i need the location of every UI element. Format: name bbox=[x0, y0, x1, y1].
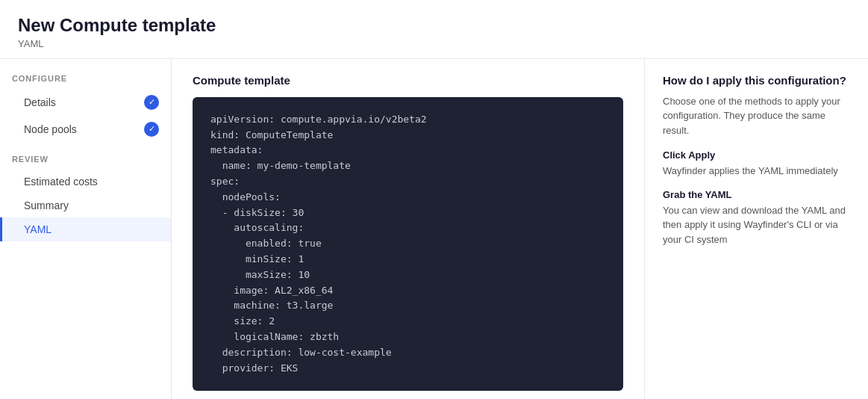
header: New Compute template YAML bbox=[0, 0, 868, 59]
page-container: New Compute template YAML CONFIGURE Deta… bbox=[0, 0, 868, 399]
review-section-label: REVIEW bbox=[0, 155, 171, 170]
sidebar-item-estimated-costs[interactable]: Estimated costs bbox=[0, 170, 171, 194]
main-content: CONFIGURE Details ✓ Node pools ✓ REVIEW … bbox=[0, 59, 868, 399]
sidebar-item-yaml-label: YAML bbox=[24, 223, 51, 235]
node-pools-check-icon: ✓ bbox=[144, 122, 159, 137]
method2-title: Grab the YAML bbox=[663, 189, 850, 200]
center-content: Compute template apiVersion: compute.app… bbox=[172, 59, 644, 399]
sidebar-item-summary-label: Summary bbox=[24, 200, 69, 211]
configure-section-label: CONFIGURE bbox=[0, 74, 171, 89]
sidebar-item-details-label: Details bbox=[24, 96, 56, 108]
sidebar-item-node-pools[interactable]: Node pools ✓ bbox=[0, 116, 171, 143]
details-check-icon: ✓ bbox=[144, 95, 159, 110]
method1-title: Click Apply bbox=[663, 149, 850, 161]
yaml-editor[interactable]: apiVersion: compute.appvia.io/v2beta2 ki… bbox=[193, 97, 623, 392]
method2-description: You can view and download the YAML and t… bbox=[663, 203, 850, 247]
footer-buttons: Back ⬇ Download YAML Apply bbox=[193, 391, 623, 399]
sidebar-item-summary[interactable]: Summary bbox=[0, 194, 171, 217]
page-title: New Compute template bbox=[18, 15, 850, 37]
compute-template-title: Compute template bbox=[193, 74, 623, 87]
method1-description: Wayfinder applies the YAML immediately bbox=[663, 164, 850, 179]
sidebar: CONFIGURE Details ✓ Node pools ✓ REVIEW … bbox=[0, 59, 172, 399]
right-panel-description: Choose one of the methods to apply your … bbox=[663, 94, 850, 138]
page-subtitle: YAML bbox=[18, 38, 850, 49]
sidebar-item-node-pools-label: Node pools bbox=[24, 123, 77, 135]
sidebar-item-yaml[interactable]: YAML bbox=[0, 217, 171, 241]
right-panel: How do I apply this configuration? Choos… bbox=[644, 59, 868, 399]
sidebar-item-details[interactable]: Details ✓ bbox=[0, 89, 171, 116]
right-panel-title: How do I apply this configuration? bbox=[663, 74, 850, 87]
yaml-content: apiVersion: compute.appvia.io/v2beta2 ki… bbox=[210, 112, 605, 377]
sidebar-item-estimated-costs-label: Estimated costs bbox=[24, 176, 98, 188]
